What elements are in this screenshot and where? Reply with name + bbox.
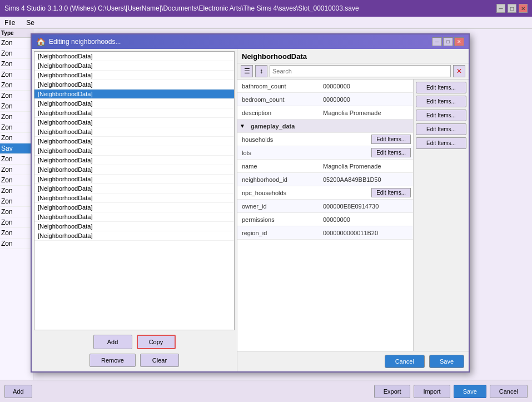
- title-bar: Sims 4 Studio 3.1.3.0 (Wishes) C:\Users\…: [0, 0, 532, 17]
- properties-list: bathroom_count 00000000 bedroom_count 00…: [237, 80, 413, 351]
- edit-npc-households-button[interactable]: Edit Items...: [371, 188, 411, 197]
- cancel-bottom-button[interactable]: Cancel: [490, 385, 528, 398]
- dialog-left-panel: [NeighborhoodData] [NeighborhoodData] [N…: [32, 49, 237, 371]
- search-clear-icon[interactable]: ✕: [453, 65, 465, 77]
- import-button[interactable]: Import: [414, 385, 450, 398]
- type-row[interactable]: Zon: [0, 122, 33, 133]
- side-edit-btn-1[interactable]: Edit Items...: [416, 82, 466, 93]
- side-edit-btn-3[interactable]: Edit Items...: [416, 110, 466, 121]
- list-item[interactable]: [NeighborhoodData]: [34, 222, 234, 231]
- dialog-icon: 🏠: [36, 37, 46, 46]
- list-item[interactable]: [NeighborhoodData]: [34, 108, 234, 118]
- list-item[interactable]: [NeighborhoodData]: [34, 52, 234, 61]
- maximize-btn[interactable]: □: [508, 4, 516, 13]
- prop-row-gameplay: ▼ gameplay_data: [237, 120, 413, 133]
- type-row[interactable]: Zon: [0, 207, 33, 217]
- prop-row-households: households Edit Items...: [237, 133, 413, 146]
- list-item[interactable]: [NeighborhoodData]: [34, 231, 234, 241]
- copy-button[interactable]: Copy: [137, 335, 176, 349]
- add-button[interactable]: Add: [93, 335, 132, 349]
- prop-val-households: [321, 138, 371, 141]
- list-item[interactable]: [NeighborhoodData]: [34, 193, 234, 203]
- type-row[interactable]: Zon: [0, 91, 33, 101]
- export-button[interactable]: Export: [374, 385, 411, 398]
- title-controls: ─ □ ✕: [496, 4, 528, 13]
- dialog-minimize-btn[interactable]: ─: [432, 37, 442, 46]
- type-row[interactable]: Zon: [0, 70, 33, 80]
- type-row[interactable]: Zon: [0, 165, 33, 175]
- list-item[interactable]: [NeighborhoodData]: [34, 203, 234, 212]
- type-row[interactable]: Zon: [0, 133, 33, 143]
- bottom-bar: Add Export Import Save Cancel: [0, 380, 532, 402]
- dialog-close-btn[interactable]: ✕: [454, 37, 464, 46]
- prop-key-lots: lots: [237, 148, 321, 157]
- menu-second[interactable]: Se: [24, 18, 37, 28]
- edit-lots-button[interactable]: Edit Items...: [371, 148, 411, 157]
- action-buttons-2: Remove Clear: [32, 354, 237, 371]
- side-edit-panel: Edit Items... Edit Items... Edit Items..…: [413, 80, 469, 351]
- type-row[interactable]: Zon: [0, 196, 33, 207]
- list-item[interactable]: [NeighborhoodData]: [34, 137, 234, 146]
- detail-header: NeighborhoodData: [237, 49, 469, 63]
- remove-button[interactable]: Remove: [90, 354, 136, 367]
- list-item[interactable]: [NeighborhoodData]: [34, 71, 234, 80]
- list-item[interactable]: [NeighborhoodData]: [34, 80, 234, 90]
- edit-households-button[interactable]: Edit Items...: [371, 135, 411, 144]
- type-row[interactable]: Zon: [0, 48, 33, 59]
- close-btn[interactable]: ✕: [519, 4, 528, 13]
- type-row[interactable]: Zon: [0, 154, 33, 165]
- type-row[interactable]: Zon: [0, 186, 33, 196]
- prop-row-permissions: permissions 00000000: [237, 213, 413, 226]
- dialog-save-button[interactable]: Save: [429, 355, 464, 368]
- menu-file[interactable]: File: [2, 18, 17, 28]
- side-edit-btn-2[interactable]: Edit Items...: [416, 96, 466, 107]
- neighborhood-list[interactable]: [NeighborhoodData] [NeighborhoodData] [N…: [34, 51, 235, 330]
- prop-val-bedroom: 00000000: [321, 95, 413, 104]
- prop-row-npc-households: npc_households Edit Items...: [237, 186, 413, 200]
- side-edit-btn-5[interactable]: Edit Items...: [416, 137, 466, 149]
- type-row[interactable]: Zon: [0, 38, 33, 48]
- type-row[interactable]: Zon: [0, 239, 33, 249]
- list-item[interactable]: [NeighborhoodData]: [34, 156, 234, 165]
- list-item[interactable]: [NeighborhoodData]: [34, 127, 234, 137]
- list-item-selected[interactable]: [NeighborhoodData]: [34, 90, 234, 99]
- type-row[interactable]: Zon: [0, 59, 33, 70]
- list-item[interactable]: [NeighborhoodData]: [34, 146, 234, 156]
- minimize-btn[interactable]: ─: [496, 4, 505, 13]
- list-item[interactable]: [NeighborhoodData]: [34, 99, 234, 108]
- toolbar-list-icon[interactable]: ☰: [241, 65, 253, 77]
- type-row[interactable]: Zon: [0, 217, 33, 228]
- prop-key-bathroom: bathroom_count: [237, 82, 321, 91]
- type-row[interactable]: Zon: [0, 228, 33, 239]
- prop-row-bedroom: bedroom_count 00000000: [237, 93, 413, 106]
- prop-val-neighborhood-id: 05200AA849BB1D50: [321, 175, 413, 184]
- prop-key-gameplay: gameplay_data: [246, 122, 330, 131]
- add-bottom-button[interactable]: Add: [4, 385, 32, 398]
- list-item[interactable]: [NeighborhoodData]: [34, 118, 234, 127]
- menu-bar: File Se: [0, 17, 532, 29]
- type-row-save[interactable]: Sav: [0, 143, 33, 154]
- list-item[interactable]: [NeighborhoodData]: [34, 184, 234, 193]
- list-item[interactable]: [NeighborhoodData]: [34, 212, 234, 222]
- type-row[interactable]: Zon: [0, 101, 33, 112]
- prop-key-bedroom: bedroom_count: [237, 95, 321, 104]
- dialog-cancel-button[interactable]: Cancel: [385, 355, 425, 368]
- type-row[interactable]: Zon: [0, 80, 33, 91]
- bottom-right-buttons: Export Import Save Cancel: [374, 385, 528, 398]
- type-row[interactable]: Zon: [0, 112, 33, 122]
- list-item[interactable]: [NeighborhoodData]: [34, 175, 234, 184]
- save-bottom-button[interactable]: Save: [454, 385, 486, 398]
- dialog-maximize-btn[interactable]: □: [443, 37, 453, 46]
- search-input[interactable]: [270, 65, 451, 77]
- list-item[interactable]: [NeighborhoodData]: [34, 165, 234, 175]
- prop-key-region-id: region_id: [237, 229, 321, 237]
- toolbar-sort-icon[interactable]: ↕: [255, 65, 267, 77]
- prop-row-name: name Magnolia Promenade: [237, 160, 413, 173]
- detail-body: bathroom_count 00000000 bedroom_count 00…: [237, 80, 469, 351]
- type-row[interactable]: Zon: [0, 175, 33, 186]
- list-item[interactable]: [NeighborhoodData]: [34, 61, 234, 71]
- dialog-window: 🏠 Editing neighborhoods... ─ □ ✕ [Neighb…: [31, 33, 470, 373]
- dialog-title-bar: 🏠 Editing neighborhoods... ─ □ ✕: [32, 34, 469, 49]
- side-edit-btn-4[interactable]: Edit Items...: [416, 123, 466, 135]
- clear-button[interactable]: Clear: [140, 354, 179, 367]
